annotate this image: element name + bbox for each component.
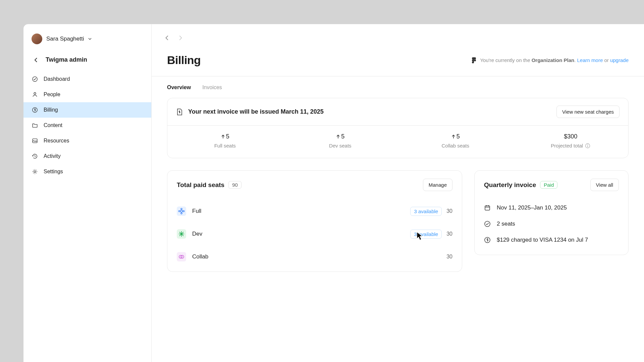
plan-banner-text: You're currently on the Organization Pla… [480,57,629,63]
admin-heading[interactable]: Twigma admin [23,51,151,71]
seat-count: 30 [446,254,452,260]
sidebar-item-label: Billing [44,107,58,113]
chevron-left-icon [33,57,40,63]
learn-more-link[interactable]: Learn more [577,57,603,63]
svg-point-11 [181,213,182,214]
cards-row: Total paid seats 90 Manage Full [167,170,629,272]
next-invoice-head: Your next invoice will be issued March 1… [167,98,628,125]
nav-forward-button[interactable] [177,35,183,41]
page-header: Billing You're currently on the Organiza… [152,44,644,76]
dev-seat-icon [177,229,186,239]
nav-back-button[interactable] [164,35,170,41]
sidebar-item-settings[interactable]: Settings [23,164,151,179]
user-menu[interactable]: Sara Spaghetti [23,30,151,51]
quarterly-invoice-card: Quarterly invoice Paid View all Nov 11, … [474,170,629,255]
seat-available-badge[interactable]: 3 available [410,207,442,216]
seat-count: 30 [446,231,452,237]
upgrade-link[interactable]: upgrade [610,57,629,63]
seat-row-collab: Collab 30 [177,245,452,268]
next-invoice-title: Your next invoice will be issued March 1… [188,108,324,115]
app-window: Sara Spaghetti Twigma admin Dashboard Pe… [23,24,644,362]
dollar-circle-icon [32,107,38,113]
seats-card-head: Total paid seats 90 Manage [177,179,452,191]
seat-available-badge[interactable]: 3 available [410,230,442,239]
tab-invoices[interactable]: Invoices [202,84,222,90]
content: Your next invoice will be issued March 1… [152,98,644,272]
quarterly-seats: 2 seats [497,221,515,227]
main: Billing You're currently on the Organiza… [152,24,644,362]
quarterly-period-row: Nov 11, 2025–Jan 10, 2025 [484,200,619,216]
arrow-up-icon [336,134,340,139]
topbar [152,24,644,44]
quarterly-seats-row: 2 seats [484,216,619,232]
seat-name: Full [192,208,201,215]
quarterly-charge: $129 charged to VISA 1234 on Jul 7 [497,237,588,243]
svg-point-9 [180,210,182,212]
svg-point-13 [183,210,184,212]
svg-point-12 [179,210,180,212]
invoice-stats: 5 Full seats 5 Dev seats 5 Collab seats … [167,125,628,158]
quarterly-title: Quarterly invoice [484,181,536,189]
plan-banner: You're currently on the Organization Pla… [471,57,629,64]
arrow-up-icon [221,134,225,139]
sidebar-item-activity[interactable]: Activity [23,148,151,164]
invoice-icon [176,108,183,116]
figma-icon [471,57,477,64]
gear-icon [32,168,38,175]
history-icon [32,153,38,160]
user-name: Sara Spaghetti [46,36,84,42]
view-seat-charges-button[interactable]: View new seat charges [556,106,620,118]
page-title: Billing [167,54,201,67]
paid-badge: Paid [540,181,557,189]
calendar-icon [484,204,491,211]
admin-title: Twigma admin [46,56,87,63]
info-icon[interactable] [585,143,590,148]
tab-overview[interactable]: Overview [167,84,191,90]
seats-total-badge: 90 [228,181,241,189]
sidebar-item-dashboard[interactable]: Dashboard [23,71,151,87]
sidebar-item-content[interactable]: Content [23,118,151,133]
next-invoice-card: Your next invoice will be issued March 1… [167,98,629,158]
chevron-down-icon [88,37,92,41]
view-all-invoices-button[interactable]: View all [590,179,619,191]
stat-full-seats: 5 Full seats [167,133,283,148]
sidebar-item-people[interactable]: People [23,87,151,102]
seat-name: Collab [192,253,208,260]
sidebar-item-billing[interactable]: Billing [23,102,151,118]
sidebar-item-label: Resources [44,138,69,144]
sidebar-item-label: Activity [44,153,61,159]
arrow-up-icon [451,134,456,139]
folder-icon [32,122,38,129]
quarterly-period: Nov 11, 2025–Jan 10, 2025 [497,204,567,211]
person-icon [32,91,38,98]
svg-point-1 [34,93,36,95]
seat-count: 30 [446,208,452,214]
manage-seats-button[interactable]: Manage [423,179,452,191]
sidebar-item-resources[interactable]: Resources [23,133,151,148]
svg-rect-16 [485,206,490,210]
sidebar-item-label: Content [44,122,62,128]
svg-point-5 [474,59,476,61]
svg-point-7 [587,144,588,145]
sidebar-item-label: People [44,92,60,98]
stat-dev-seats: 5 Dev seats [283,133,398,148]
dollar-circle-icon [484,237,491,243]
seat-name: Dev [192,231,202,237]
image-icon [32,137,38,144]
sidebar-item-label: Settings [44,169,63,175]
stat-collab-seats: 5 Collab seats [398,133,513,148]
total-paid-seats-card: Total paid seats 90 Manage Full [167,170,462,272]
avatar [32,34,42,44]
check-circle-icon [32,76,38,82]
sidebar: Sara Spaghetti Twigma admin Dashboard Pe… [23,24,152,362]
quarterly-charge-row: $129 charged to VISA 1234 on Jul 7 [484,232,619,248]
seat-row-full: Full 3 available 30 [177,200,452,223]
seats-title: Total paid seats [177,181,224,189]
svg-point-4 [34,171,36,172]
quarterly-head: Quarterly invoice Paid View all [484,179,619,191]
tabs: Overview Invoices [152,76,644,98]
nav-list: Dashboard People Billing Content Resourc… [23,71,151,179]
full-seat-icon [177,206,186,216]
svg-rect-8 [587,145,588,147]
stat-projected-total: $300 Projected total [513,133,629,148]
